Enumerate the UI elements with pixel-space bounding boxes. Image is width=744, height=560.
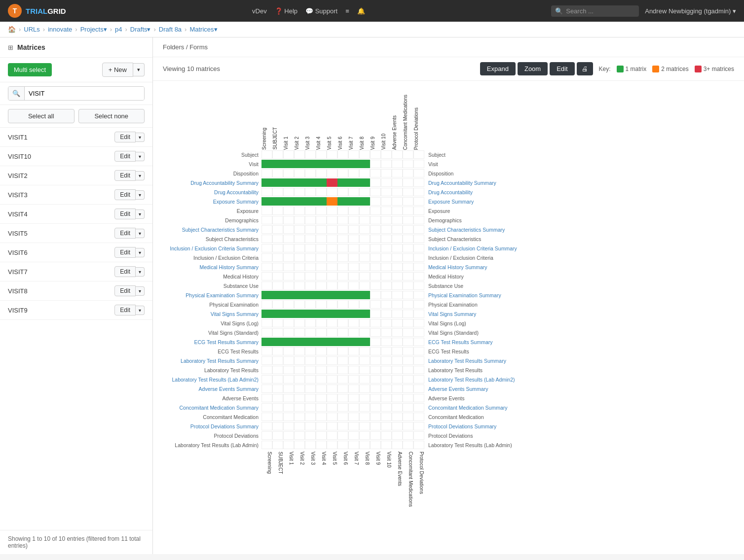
matrix-cell [381, 197, 392, 206]
edit-caret-button[interactable]: ▾ [136, 248, 145, 257]
brand-logo[interactable]: T TRIALGRID [8, 4, 66, 18]
nav-bell[interactable]: 🔔 [357, 7, 365, 15]
edit-button[interactable]: Edit [114, 170, 136, 181]
matrix-cell [359, 300, 370, 309]
breadcrumb-projects[interactable]: Projects▾ [80, 26, 107, 33]
matrix-cell [305, 375, 316, 384]
select-all-button[interactable]: Select all [8, 109, 74, 123]
edit-caret-button[interactable]: ▾ [136, 190, 145, 200]
row-label[interactable]: Physical Examination Summary [163, 292, 261, 298]
matrix-cell [294, 244, 305, 252]
edit-caret-button[interactable]: ▾ [136, 229, 145, 238]
matrix-cell [261, 178, 272, 187]
row-label[interactable]: Subject Characteristics Summary [163, 227, 261, 233]
edit-caret-button[interactable]: ▾ [136, 286, 145, 296]
zoom-button[interactable]: Zoom [518, 62, 548, 75]
matrix-cell [392, 197, 403, 206]
edit-caret-button[interactable]: ▾ [136, 210, 145, 219]
matrix-cell [305, 291, 316, 299]
matrix-cell [359, 338, 370, 346]
breadcrumb-drafts[interactable]: Drafts▾ [130, 26, 151, 33]
search-box[interactable]: 🔍 [551, 5, 639, 17]
matrix-cell [392, 319, 403, 327]
edit-button[interactable]: Edit [114, 151, 136, 162]
edit-button[interactable]: Edit [114, 285, 136, 296]
nav-menu[interactable]: ≡ [345, 7, 349, 15]
sidebar-search-input[interactable] [25, 87, 144, 100]
edit-button[interactable]: Edit [114, 305, 136, 315]
row-label[interactable]: ECG Test Results Summary [163, 339, 261, 345]
edit-button[interactable]: Edit [114, 189, 136, 200]
breadcrumb-matrices[interactable]: Matrices▾ [189, 26, 217, 33]
user-menu[interactable]: Andrew Newbigging (tgadmin) ▾ [645, 7, 736, 15]
matrix-cell [359, 356, 370, 365]
matrix-cell [305, 235, 316, 243]
matrix-cell [261, 422, 272, 430]
matrix-cell [283, 300, 294, 309]
row-cells [261, 375, 424, 384]
key-item-2matrices: 2 matrices [652, 66, 688, 72]
row-label: ECG Test Results [163, 349, 261, 354]
edit-button[interactable]: Edit [114, 228, 136, 239]
matrix-cell [381, 328, 392, 337]
row-label[interactable]: Exposure Summary [163, 199, 261, 205]
breadcrumb-home[interactable]: 🏠 [8, 26, 16, 33]
row-label[interactable]: Drug Accountability Summary [163, 180, 261, 186]
col-header-bottom: Screening [261, 450, 272, 474]
edit-button[interactable]: Edit [114, 132, 136, 142]
list-item: VISIT4 Edit ▾ [0, 205, 152, 224]
matrix-cell [413, 281, 424, 290]
matrix-cell [294, 225, 305, 234]
row-label[interactable]: Medical History Summary [163, 264, 261, 270]
edit-caret-button[interactable]: ▾ [136, 306, 145, 315]
matrix-cell [348, 328, 359, 337]
print-button[interactable]: 🖨 [577, 62, 593, 75]
matrix-cell [403, 216, 413, 224]
row-label[interactable]: Vital Signs Summary [163, 311, 261, 317]
row-label[interactable]: Laboratory Test Results Summary [163, 358, 261, 364]
nav-help[interactable]: ❓ Help [275, 7, 298, 15]
row-label[interactable]: Concomitant Medication Summary [163, 405, 261, 411]
edit-button[interactable]: Edit [114, 266, 136, 277]
breadcrumb-p4[interactable]: p4 [115, 26, 122, 33]
edit-caret-button[interactable]: ▾ [136, 133, 145, 142]
edit-button[interactable]: Edit [114, 209, 136, 219]
matrix-cell [348, 441, 359, 449]
matrix-cell [305, 413, 316, 421]
matrix-cell [381, 338, 392, 346]
matrix-cell [337, 422, 348, 430]
edit-caret-button[interactable]: ▾ [136, 152, 145, 161]
multi-select-button[interactable]: Multi select [8, 63, 52, 76]
matrix-cell [272, 375, 283, 384]
matrix-edit-button[interactable]: Edit [550, 62, 574, 75]
breadcrumb-draft8a[interactable]: Draft 8a [159, 26, 182, 33]
key-legend: Key: 1 matrix 2 matrices 3+ matrices [599, 66, 734, 72]
row-label[interactable]: Drug Accountability [163, 189, 261, 195]
matrix-cell [413, 207, 424, 215]
nav-support[interactable]: 💬 Support [305, 7, 337, 15]
breadcrumb-urls[interactable]: URLs [24, 26, 40, 33]
new-button[interactable]: + New [102, 63, 133, 77]
row-label: Exposure [163, 208, 261, 214]
matrix-cell [403, 338, 413, 346]
row-label[interactable]: Protocol Deviations Summary [163, 423, 261, 429]
matrix-cell [381, 216, 392, 224]
expand-button[interactable]: Expand [480, 62, 516, 75]
matrix-cell [413, 263, 424, 271]
select-none-button[interactable]: Select none [78, 109, 145, 123]
edit-caret-button[interactable]: ▾ [136, 267, 145, 277]
row-label[interactable]: Laboratory Test Results (Lab Admin2) [163, 377, 261, 383]
row-label[interactable]: Inclusion / Exclusion Criteria Summary [163, 245, 261, 251]
search-icon: 🔍 [555, 7, 563, 15]
edit-button[interactable]: Edit [114, 247, 136, 258]
row-label[interactable]: Adverse Events Summary [163, 386, 261, 392]
col-header: Visit 5 [327, 135, 337, 150]
new-caret-button[interactable]: ▾ [133, 63, 145, 76]
search-input[interactable] [566, 7, 635, 15]
matrix-cell [413, 356, 424, 365]
matrix-cell [294, 441, 305, 449]
breadcrumb-innovate[interactable]: innovate [48, 26, 72, 33]
edit-caret-button[interactable]: ▾ [136, 171, 145, 180]
nav-vdev[interactable]: vDev [252, 7, 267, 15]
matrix-row: Adverse EventsAdverse Events [163, 393, 734, 403]
